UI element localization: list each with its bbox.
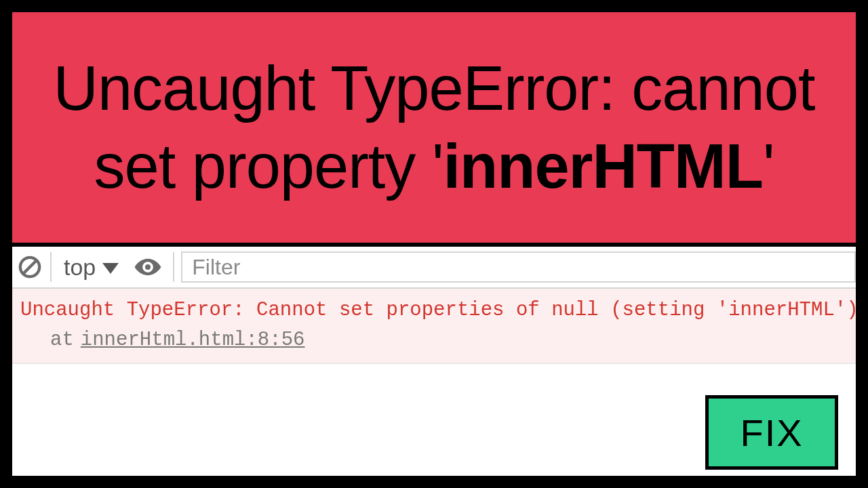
console-toolbar: top xyxy=(12,247,856,289)
error-stack-line: at innerHtml.html:8:56 xyxy=(20,325,848,355)
filter-field-wrap xyxy=(181,247,856,287)
fix-button[interactable]: FIX xyxy=(705,395,838,470)
fix-button-label: FIX xyxy=(740,411,803,455)
title-banner: Uncaught TypeError: cannot set property … xyxy=(12,12,856,247)
console-filter-input[interactable] xyxy=(181,251,856,283)
stack-at-label: at xyxy=(50,325,74,355)
live-expression-icon[interactable] xyxy=(134,253,162,281)
context-label: top xyxy=(64,254,96,281)
title-line-2-suffix: ' xyxy=(763,131,774,201)
error-message: Uncaught TypeError: Cannot set propertie… xyxy=(20,296,848,325)
toolbar-separator xyxy=(173,252,174,282)
console-error-entry[interactable]: Uncaught TypeError: Cannot set propertie… xyxy=(12,289,856,364)
title-line-2: set property 'innerHTML' xyxy=(54,127,815,205)
stack-location-link[interactable]: innerHtml.html:8:56 xyxy=(81,325,305,355)
app-frame: Uncaught TypeError: cannot set property … xyxy=(8,8,860,480)
execution-context-selector[interactable]: top xyxy=(58,254,124,281)
title-line-1: Uncaught TypeError: cannot xyxy=(54,49,815,127)
title-line-2-bold: innerHTML xyxy=(443,131,762,201)
svg-line-1 xyxy=(23,260,37,274)
clear-console-icon[interactable] xyxy=(16,253,43,281)
devtools-console: top Uncaught TypeError: Cannot set prope… xyxy=(12,247,856,476)
title-line-2-prefix: set property ' xyxy=(94,131,443,201)
chevron-down-icon xyxy=(102,263,119,274)
svg-point-2 xyxy=(145,264,151,270)
toolbar-separator xyxy=(50,252,52,282)
title-text: Uncaught TypeError: cannot set property … xyxy=(47,49,822,205)
